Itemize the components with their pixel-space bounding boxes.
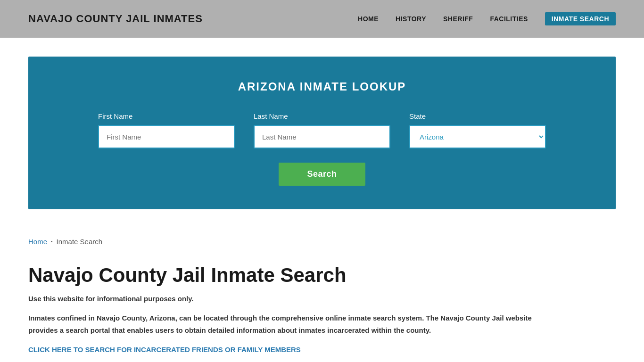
nav-history[interactable]: HISTORY [396, 15, 426, 23]
last-name-group: Last Name [254, 112, 390, 148]
breadcrumb-current: Inmate Search [57, 238, 103, 246]
disclaimer-text: Use this website for informational purpo… [28, 295, 616, 303]
nav-inmate-search[interactable]: INMATE SEARCH [545, 12, 616, 25]
nav-home[interactable]: HOME [358, 15, 379, 23]
breadcrumb: Home • Inmate Search [0, 228, 644, 250]
search-button[interactable]: Search [279, 163, 365, 186]
first-name-label: First Name [98, 112, 235, 120]
search-section-title: ARIZONA INMATE LOOKUP [47, 80, 597, 93]
first-name-group: First Name [98, 112, 235, 148]
site-title: NAVAJO COUNTY JAIL INMATES [28, 13, 203, 25]
last-name-label: Last Name [254, 112, 390, 120]
main-content: Navajo County Jail Inmate Search Use thi… [0, 250, 644, 362]
form-fields: First Name Last Name State Arizona [47, 112, 597, 148]
breadcrumb-home-link[interactable]: Home [28, 238, 47, 246]
state-group: State Arizona [409, 112, 546, 148]
search-section: ARIZONA INMATE LOOKUP First Name Last Na… [28, 57, 616, 209]
nav-sheriff[interactable]: SHERIFF [443, 15, 473, 23]
last-name-input[interactable] [254, 125, 390, 148]
state-label: State [409, 112, 546, 120]
main-nav: HOME HISTORY SHERIFF FACILITIES INMATE S… [358, 12, 616, 25]
nav-facilities[interactable]: FACILITIES [490, 15, 528, 23]
first-name-input[interactable] [98, 125, 235, 148]
site-header: NAVAJO COUNTY JAIL INMATES HOME HISTORY … [0, 0, 644, 38]
page-heading: Navajo County Jail Inmate Search [28, 264, 616, 286]
cta-link[interactable]: CLICK HERE to Search for Incarcerated Fr… [28, 346, 301, 354]
state-select[interactable]: Arizona [409, 125, 546, 148]
breadcrumb-separator: • [51, 239, 53, 244]
description-text: Inmates confined in Navajo County, Arizo… [28, 312, 547, 336]
search-form: First Name Last Name State Arizona Searc… [47, 112, 597, 186]
